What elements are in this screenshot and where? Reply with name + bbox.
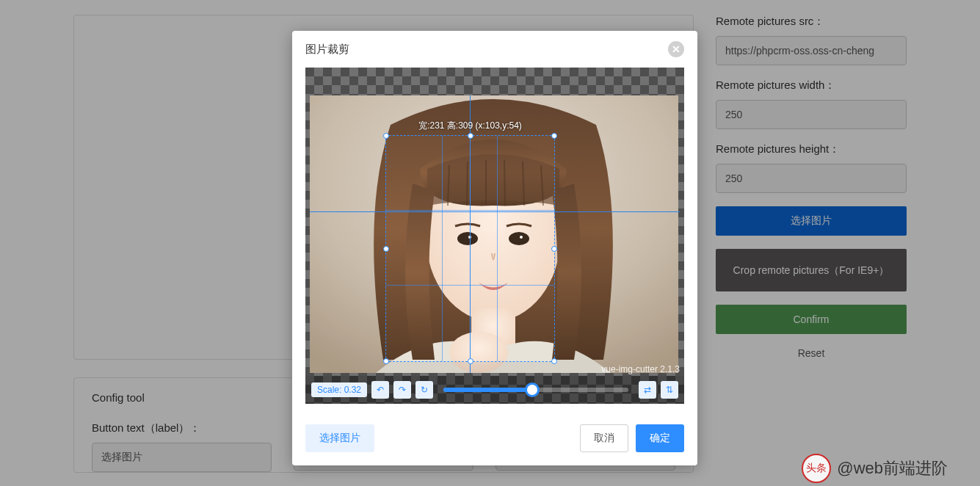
scale-chip: Scale: 0.32 — [311, 382, 367, 397]
crop-info-text: 宽:231 高:309 (x:103,y:54) — [418, 120, 522, 132]
modal-cancel-button[interactable]: 取消 — [580, 424, 628, 452]
crop-box[interactable]: 宽:231 高:309 (x:103,y:54) — [385, 135, 555, 362]
flip-v-icon[interactable]: ⇅ — [661, 381, 678, 399]
cropper-watermark: vue-img-cutter 2.1.3 — [601, 364, 680, 374]
crop-handle-ne[interactable] — [551, 133, 557, 139]
modal-confirm-button[interactable]: 确定 — [636, 424, 684, 452]
crop-handle-se[interactable] — [551, 358, 557, 364]
flip-h-icon[interactable]: ⇄ — [639, 381, 656, 399]
crop-handle-e[interactable] — [551, 246, 557, 252]
crop-handle-nw[interactable] — [383, 133, 389, 139]
crop-handle-sw[interactable] — [383, 358, 389, 364]
modal-title: 图片裁剪 — [305, 43, 349, 57]
crop-modal: 图片裁剪 ✕ — [292, 31, 697, 465]
page-watermark: 头条 @web前端进阶 — [802, 454, 948, 483]
crop-handle-w[interactable] — [383, 246, 389, 252]
brand-badge: 头条 — [802, 454, 831, 483]
cropper-toolbar: Scale: 0.32 ↶ ↷ ↻ ⇄ ⇅ — [305, 376, 684, 404]
cropper-area[interactable]: 宽:231 高:309 (x:103,y:54) vue-img-cutter … — [305, 68, 684, 404]
rotate-right-icon[interactable]: ↷ — [393, 381, 411, 399]
reset-rotate-icon[interactable]: ↻ — [415, 381, 433, 399]
close-icon[interactable]: ✕ — [668, 41, 684, 57]
crop-handle-n[interactable] — [468, 133, 473, 139]
modal-choose-button[interactable]: 选择图片 — [305, 424, 374, 452]
crop-handle-s[interactable] — [468, 358, 473, 364]
brand-text: @web前端进阶 — [837, 457, 948, 479]
rotate-left-icon[interactable]: ↶ — [371, 381, 389, 399]
zoom-slider[interactable] — [443, 386, 628, 393]
